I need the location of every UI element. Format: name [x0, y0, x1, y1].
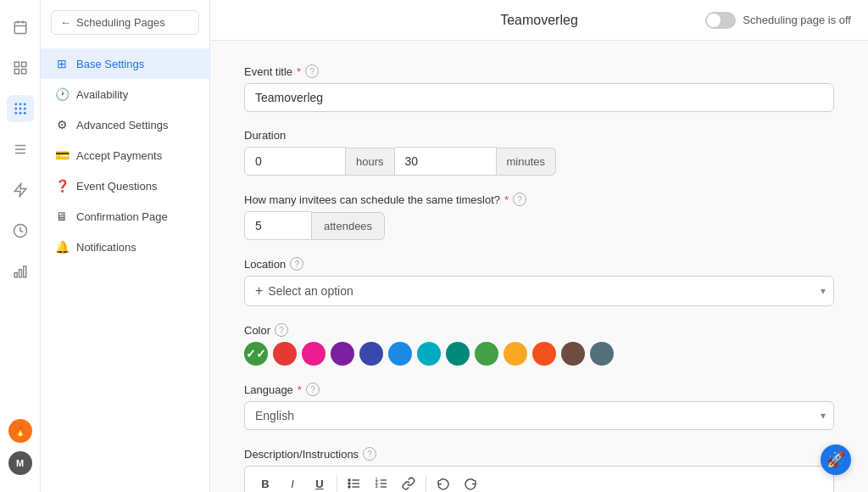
location-help-icon[interactable]: ? — [290, 257, 303, 271]
svg-rect-6 — [14, 70, 19, 74]
location-select-wrapper: + Select an option ▾ — [244, 276, 834, 306]
color-swatch-blue[interactable] — [388, 342, 412, 366]
color-swatch-green[interactable]: ✓ — [244, 342, 268, 366]
attendees-row: attendees — [244, 211, 834, 240]
color-swatch-pink[interactable] — [302, 342, 326, 366]
event-title-input[interactable] — [244, 83, 834, 112]
back-arrow-icon: ← — [60, 16, 71, 29]
color-help-icon[interactable]: ? — [275, 323, 288, 337]
location-select[interactable]: + Select an option ▾ — [244, 276, 834, 306]
color-swatch-red[interactable] — [273, 342, 297, 366]
location-placeholder: Select an option — [268, 284, 353, 298]
svg-point-13 — [23, 108, 25, 110]
svg-point-11 — [14, 108, 17, 110]
grid-icon[interactable] — [7, 54, 34, 81]
color-section: Color ? ✓ — [244, 323, 834, 366]
ordered-list-button[interactable]: 1.2.3. — [370, 472, 393, 492]
sidebar-item-event-questions[interactable]: ❓ Event Questions — [41, 171, 209, 201]
color-swatch-orange[interactable] — [532, 342, 556, 366]
scheduling-toggle[interactable] — [705, 12, 736, 29]
sidebar-item-accept-payments[interactable]: 💳 Accept Payments — [41, 140, 209, 171]
language-label: Language * ? — [244, 383, 834, 396]
sidebar-item-advanced-settings[interactable]: ⚙ Advanced Settings — [41, 109, 209, 140]
nav-label-confirmation-page: Confirmation Page — [76, 210, 168, 223]
bolt-icon[interactable] — [7, 176, 34, 204]
svg-point-28 — [348, 479, 350, 481]
back-button[interactable]: ← Scheduling Pages — [51, 10, 199, 35]
duration-minutes-input[interactable] — [395, 147, 497, 176]
color-label: Color ? — [244, 323, 834, 337]
language-select[interactable]: English ▾ — [244, 401, 834, 430]
bold-button[interactable]: B — [253, 472, 277, 492]
hours-label: hours — [346, 148, 395, 176]
color-swatch-green-dark[interactable] — [446, 342, 470, 366]
underline-button[interactable]: U — [308, 472, 331, 492]
duration-hours-input[interactable] — [244, 147, 346, 176]
top-bar: Teamoverleg Scheduling page is off — [210, 0, 868, 41]
duration-section: Duration hours minutes — [244, 129, 834, 176]
svg-point-9 — [19, 103, 21, 105]
list-icon[interactable] — [7, 136, 34, 163]
svg-point-16 — [23, 112, 25, 115]
language-help-icon[interactable]: ? — [306, 383, 320, 396]
undo-button[interactable] — [431, 472, 455, 492]
invitees-section: How many invitees can schedule the same … — [244, 193, 834, 240]
user-avatar-m[interactable]: M — [8, 451, 32, 475]
attendees-input[interactable] — [244, 211, 312, 240]
plus-icon: + — [255, 283, 263, 299]
clock-icon[interactable] — [7, 217, 34, 244]
event-title-label: Event title * ? — [244, 64, 834, 78]
color-swatch-yellow[interactable] — [504, 342, 527, 366]
sidebar-item-base-settings[interactable]: ⊞ Base Settings — [41, 48, 209, 79]
apps-icon[interactable] — [7, 95, 34, 122]
svg-rect-22 — [14, 273, 17, 277]
nav-label-availability: Availability — [76, 88, 128, 101]
scheduling-status: Scheduling page is off — [743, 14, 851, 26]
svg-rect-0 — [14, 22, 26, 34]
color-swatch-green-check[interactable] — [475, 342, 498, 366]
location-section: Location ? + Select an option ▾ — [244, 257, 834, 306]
duration-label: Duration — [244, 129, 834, 142]
language-select-wrapper: English ▾ — [244, 401, 834, 430]
svg-rect-7 — [21, 70, 25, 74]
italic-button[interactable]: I — [281, 472, 304, 492]
invitees-help-icon[interactable]: ? — [513, 193, 526, 206]
language-chevron-icon: ▾ — [821, 410, 826, 422]
rocket-button[interactable]: 🚀 — [821, 444, 851, 475]
svg-text:3.: 3. — [376, 484, 379, 489]
minutes-label: minutes — [497, 148, 557, 176]
event-title-section: Event title * ? — [244, 64, 834, 112]
editor-toolbar: B I U 1.2.3. — [244, 466, 834, 492]
color-swatch-purple-dark[interactable] — [331, 342, 354, 366]
scheduling-toggle-area: Scheduling page is off — [705, 12, 851, 29]
color-swatch-gray[interactable] — [590, 342, 614, 366]
color-swatch-indigo[interactable] — [359, 342, 383, 366]
nav-label-base-settings: Base Settings — [76, 58, 144, 70]
description-help-icon[interactable]: ? — [363, 447, 376, 461]
toolbar-divider-1 — [337, 475, 337, 492]
nav-label-accept-payments: Accept Payments — [76, 149, 162, 162]
color-swatch-teal[interactable] — [417, 342, 441, 366]
main-content: Teamoverleg Scheduling page is off Event… — [210, 0, 868, 492]
svg-point-15 — [19, 112, 21, 115]
bullet-list-button[interactable] — [342, 472, 366, 492]
user-avatar-orange[interactable]: 🔥 — [8, 419, 32, 443]
sidebar: ← Scheduling Pages ⊞ Base Settings 🕐 Ava… — [41, 0, 210, 492]
icon-bar: 🔥 M — [0, 0, 41, 492]
nav-icon-confirmation-page: 🖥 — [54, 209, 70, 224]
event-title-help-icon[interactable]: ? — [305, 64, 319, 78]
sidebar-item-confirmation-page[interactable]: 🖥 Confirmation Page — [41, 201, 209, 232]
calendar-icon[interactable] — [7, 14, 34, 41]
nav-icon-availability: 🕐 — [54, 87, 70, 102]
description-section: Description/Instructions ? B I U 1.2.3. — [244, 447, 834, 492]
svg-rect-24 — [23, 266, 25, 277]
link-button[interactable] — [397, 472, 420, 492]
sidebar-item-notifications[interactable]: 🔔 Notifications — [41, 232, 209, 262]
redo-button[interactable] — [459, 472, 482, 492]
language-required: * — [298, 383, 302, 396]
duration-row: hours minutes — [244, 147, 834, 176]
sidebar-item-availability[interactable]: 🕐 Availability — [41, 79, 209, 109]
chart-icon[interactable] — [7, 258, 34, 285]
color-swatch-brown[interactable] — [561, 342, 585, 366]
attendees-label: attendees — [312, 212, 385, 240]
